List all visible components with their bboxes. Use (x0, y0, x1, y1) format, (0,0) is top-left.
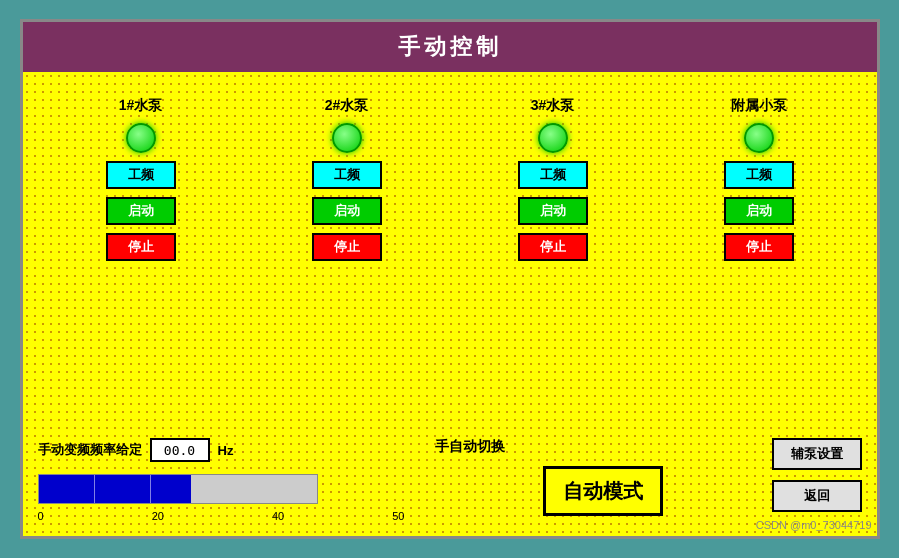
pump-1-label: 1#水泵 (119, 97, 163, 115)
pump-1-indicator (126, 123, 156, 153)
auto-switch-label: 手自动切换 (435, 438, 505, 456)
pump-3-gongpin-button[interactable]: 工频 (518, 161, 588, 189)
freq-unit: Hz (218, 443, 234, 458)
pump-4-gongpin-button[interactable]: 工频 (724, 161, 794, 189)
pump-4-label: 附属小泵 (731, 97, 787, 115)
pump-column-4: 附属小泵 工频 启动 停止 (699, 97, 819, 261)
aux-buttons: 辅泵设置 返回 (772, 438, 862, 512)
progress-bar-container (38, 474, 318, 504)
pump-1-tingzhi-button[interactable]: 停止 (106, 233, 176, 261)
pump-3-qidong-button[interactable]: 启动 (518, 197, 588, 225)
bottom-section: 手动变频频率给定 Hz 0 20 40 50 (38, 438, 862, 516)
title-bar: 手动控制 (23, 22, 877, 72)
main-panel: 1#水泵 工频 启动 停止 2#水泵 工频 启动 停止 3#水泵 工频 启动 停… (23, 72, 877, 536)
pump-3-tingzhi-button[interactable]: 停止 (518, 233, 588, 261)
pump-2-gongpin-button[interactable]: 工频 (312, 161, 382, 189)
freq-input[interactable] (150, 438, 210, 462)
pump-section: 1#水泵 工频 启动 停止 2#水泵 工频 启动 停止 3#水泵 工频 启动 停… (38, 97, 862, 261)
pump-3-label: 3#水泵 (531, 97, 575, 115)
pump-2-qidong-button[interactable]: 启动 (312, 197, 382, 225)
pump-1-qidong-button[interactable]: 启动 (106, 197, 176, 225)
pump-column-3: 3#水泵 工频 启动 停止 (493, 97, 613, 261)
fubeng-button[interactable]: 辅泵设置 (772, 438, 862, 470)
pump-2-tingzhi-button[interactable]: 停止 (312, 233, 382, 261)
tick-0: 0 (38, 510, 44, 522)
freq-row: 手动变频频率给定 Hz (38, 438, 405, 462)
pump-1-gongpin-button[interactable]: 工频 (106, 161, 176, 189)
tick-40: 40 (272, 510, 284, 522)
auto-switch-section: 手自动切换 自动模式 (405, 438, 772, 516)
pump-column-1: 1#水泵 工频 启动 停止 (81, 97, 201, 261)
tick-20: 20 (152, 510, 164, 522)
freq-label: 手动变频频率给定 (38, 441, 142, 459)
pump-column-2: 2#水泵 工频 启动 停止 (287, 97, 407, 261)
main-window: 手动控制 1#水泵 工频 启动 停止 2#水泵 工频 启动 停止 3#水泵 (20, 19, 880, 539)
csdn-label: CSDN @m0_73044719 (756, 519, 872, 531)
pump-4-tingzhi-button[interactable]: 停止 (724, 233, 794, 261)
tick-50: 50 (392, 510, 404, 522)
progress-ticks: 0 20 40 50 (38, 510, 405, 522)
pump-2-indicator (332, 123, 362, 153)
auto-mode-button[interactable]: 自动模式 (543, 466, 663, 516)
progress-bar-fill (39, 475, 192, 503)
pump-4-qidong-button[interactable]: 启动 (724, 197, 794, 225)
fanhui-button[interactable]: 返回 (772, 480, 862, 512)
pump-3-indicator (538, 123, 568, 153)
freq-control: 手动变频频率给定 Hz 0 20 40 50 (38, 438, 405, 504)
pump-2-label: 2#水泵 (325, 97, 369, 115)
pump-4-indicator (744, 123, 774, 153)
page-title: 手动控制 (398, 32, 502, 62)
